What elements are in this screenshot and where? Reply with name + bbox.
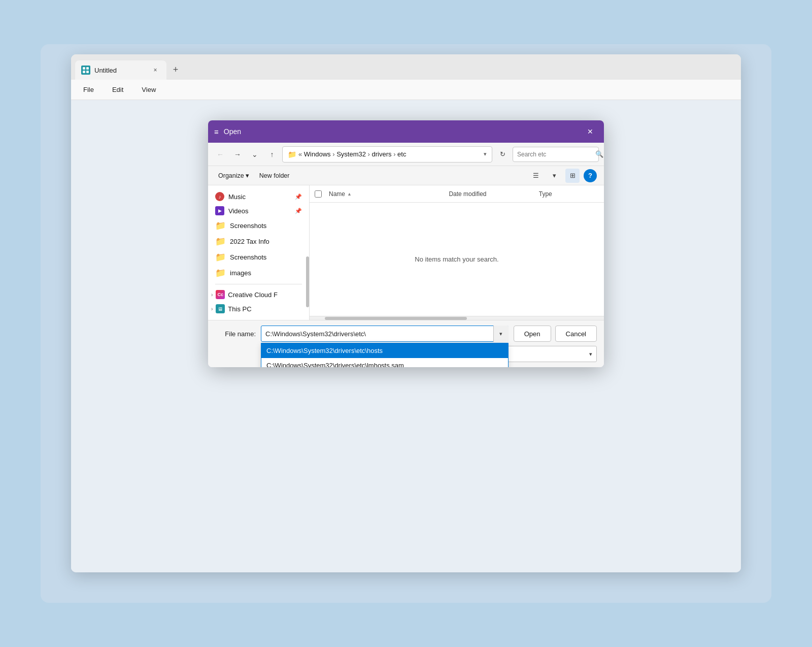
view-pane-button[interactable]: ⊞ [565,169,580,183]
new-tab-button[interactable]: + [166,60,185,79]
filetype-dropdown-arrow: ▾ [589,351,592,358]
sidebar-item-images[interactable]: 📁 images [208,265,309,281]
dialog-toolbar: Organize ▾ New folder ☰ ▾ ⊞ ? [208,166,604,185]
column-name-label: Name [329,190,345,198]
dialog-title-icon: ≡ [214,127,219,136]
empty-message-text: No items match your search. [415,255,498,263]
open-dialog: ≡ Open ✕ ← → ⌄ ↑ 📁 « Windows › Syste [208,120,604,367]
help-button[interactable]: ? [584,169,597,182]
expand-arrow-icon-pc: › [211,306,213,312]
action-buttons: Open Cancel [514,326,597,342]
browser-tab[interactable]: Untitled × [75,60,166,80]
column-date-label: Date modified [449,190,486,198]
filename-input-wrapper: ▾ C:\Windows\System32\drivers\etc\hosts … [261,326,509,342]
organize-button[interactable]: Organize ▾ [215,170,252,181]
browser-window: Untitled × + File Edit View ≡ Open ✕ [71,54,741,572]
address-bar[interactable]: 📁 « Windows › System32 › drivers › etc ▾ [282,146,492,163]
new-folder-button[interactable]: New folder [256,171,293,181]
sidebar-item-tax-info[interactable]: 📁 2022 Tax Info [208,234,309,249]
svg-rect-0 [83,67,85,70]
svg-rect-3 [86,71,89,73]
autocomplete-item-hosts[interactable]: C:\Windows\System32\drivers\etc\hosts [261,343,508,358]
view-list-button[interactable]: ☰ [529,169,543,183]
creative-cloud-icon: Cc [216,290,225,299]
hscroll-thumb[interactable] [325,317,467,320]
tab-bar: Untitled × + [71,54,741,80]
column-name[interactable]: Name ▲ [329,190,449,198]
music-icon: ♪ [215,192,224,201]
tab-close-button[interactable]: × [150,65,160,75]
menu-bar: File Edit View [71,80,741,100]
nav-recent-button[interactable]: ⌄ [248,147,262,161]
organize-arrow-icon: ▾ [246,172,249,179]
filename-label: File name: [215,330,256,338]
sidebar-music-label: Music [228,193,246,201]
menu-view[interactable]: View [138,84,160,95]
expand-arrow-icon: › [211,292,213,298]
sidebar-screenshots-1-label: Screenshots [230,222,266,230]
dialog-body: ♪ Music 📌 ▶ Videos [208,185,604,320]
sidebar-videos-label: Videos [228,207,249,215]
sidebar-item-music[interactable]: ♪ Music 📌 [208,189,309,204]
sidebar-tax-info-label: 2022 Tax Info [230,238,269,245]
sidebar-group-this-pc[interactable]: › 🖥 This PC [208,302,309,316]
pin-icon-videos: 📌 [295,208,302,214]
this-pc-icon: 🖥 [216,304,225,313]
column-date[interactable]: Date modified [449,190,538,198]
filelist-empty-message: No items match your search. [310,203,604,316]
dialog-filelist: Name ▲ Date modified Type [310,185,604,320]
filename-row: File name: ▾ C:\Windows\System32\drivers… [215,326,597,342]
sidebar-scrollbar-thumb[interactable] [306,256,309,307]
videos-icon: ▶ [215,206,224,215]
search-icon: 🔍 [595,150,603,158]
select-all-checkbox[interactable] [315,190,329,198]
menu-edit[interactable]: Edit [108,84,127,95]
tab-title: Untitled [94,67,146,74]
sidebar-item-videos[interactable]: ▶ Videos 📌 [208,204,309,218]
filename-dropdown-button[interactable]: ▾ [493,326,509,342]
sidebar-item-screenshots-1[interactable]: 📁 Screenshots [208,218,309,234]
sidebar-images-label: images [230,269,251,277]
tab-icon [81,66,90,75]
folder-icon: 📁 [215,236,226,247]
search-input[interactable] [517,151,593,158]
horizontal-scrollbar[interactable] [310,316,604,320]
dialog-addressbar: ← → ⌄ ↑ 📁 « Windows › System32 › drivers… [208,143,604,166]
desktop: Untitled × + File Edit View ≡ Open ✕ [41,44,771,603]
menu-file[interactable]: File [79,84,98,95]
open-button[interactable]: Open [514,326,551,342]
nav-back-button[interactable]: ← [213,147,227,161]
search-box[interactable]: 🔍 [513,147,599,162]
content-area: ≡ Open ✕ ← → ⌄ ↑ 📁 « Windows › Syste [71,100,741,572]
organize-label: Organize [218,172,244,179]
checkbox-input[interactable] [315,190,322,198]
sidebar-creative-cloud-label: Creative Cloud F [228,291,278,299]
svg-rect-2 [83,71,85,73]
dialog-titlebar: ≡ Open ✕ [208,120,604,143]
filename-input[interactable] [261,326,509,342]
dialog-overlay: ≡ Open ✕ ← → ⌄ ↑ 📁 « Windows › Syste [71,100,741,572]
cancel-button[interactable]: Cancel [555,326,597,342]
dialog-bottom: File name: ▾ C:\Windows\System32\drivers… [208,320,604,367]
pin-icon: 📌 [295,193,302,200]
sidebar-this-pc-label: This PC [228,305,251,313]
svg-rect-1 [86,67,89,70]
refresh-button[interactable]: ↻ [495,147,510,161]
autocomplete-item-lmhosts[interactable]: C:\Windows\System32\drivers\etc\lmhosts.… [261,358,508,367]
sidebar-screenshots-2-label: Screenshots [230,253,266,261]
sort-icon: ▲ [347,191,352,197]
new-folder-label: New folder [259,172,290,179]
dialog-close-button[interactable]: ✕ [583,124,598,139]
nav-up-button[interactable]: ↑ [265,147,279,161]
dialog-sidebar: ♪ Music 📌 ▶ Videos [208,185,310,320]
folder-icon: 📁 [215,220,226,231]
sidebar-group-creative-cloud[interactable]: › Cc Creative Cloud F [208,287,309,302]
address-dropdown-arrow[interactable]: ▾ [484,151,487,157]
folder-icon: 📁 [215,252,226,263]
nav-forward-button[interactable]: → [230,147,245,161]
autocomplete-dropdown: C:\Windows\System32\drivers\etc\hosts C:… [261,343,509,367]
folder-icon: 📁 [215,268,226,278]
sidebar-item-screenshots-2[interactable]: 📁 Screenshots [208,249,309,265]
view-dropdown-button[interactable]: ▾ [547,169,561,183]
filelist-header: Name ▲ Date modified Type [310,185,604,203]
